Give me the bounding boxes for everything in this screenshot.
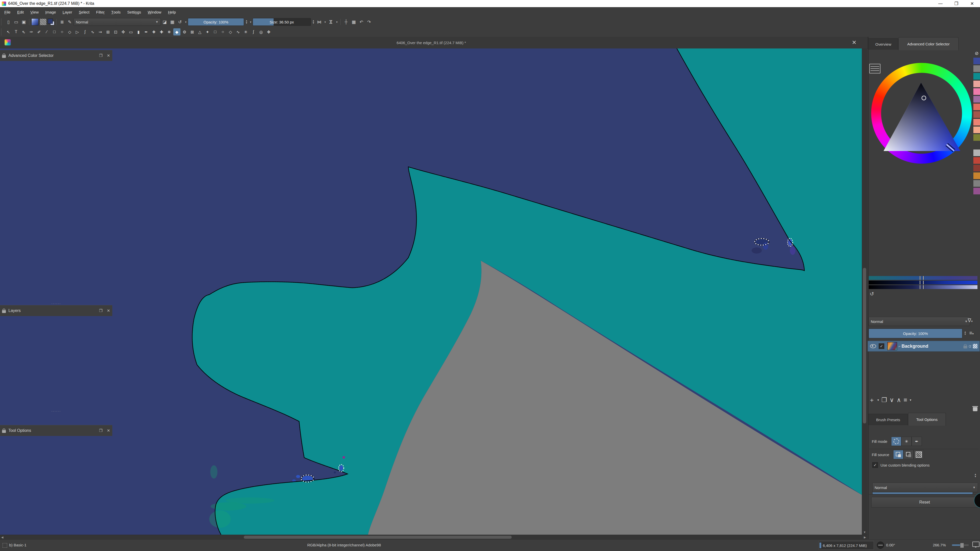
canvas-rotation-icon[interactable]	[877, 541, 884, 549]
saturation-slider[interactable]	[869, 281, 977, 284]
float-docker-icon[interactable]: ❐	[97, 53, 105, 58]
line-tool[interactable]: ∕	[43, 28, 50, 35]
fill-mode-sample-layers-button[interactable]: ✒	[912, 437, 922, 446]
layer-lock-icon[interactable]	[963, 346, 967, 348]
reset-button[interactable]: Reset	[871, 497, 978, 508]
polyline-tool[interactable]: ▷	[74, 28, 81, 35]
menu-tools[interactable]: Tools	[108, 7, 124, 17]
selection-mode-icon[interactable]	[3, 543, 7, 548]
rectangle-tool[interactable]: □	[51, 28, 58, 35]
move-layer-up-button[interactable]: ∧	[897, 396, 901, 403]
multibrush-tool[interactable]: ⊞	[104, 28, 111, 35]
menu-layer[interactable]: Layer	[59, 7, 76, 17]
tab-tool-options[interactable]: Tool Options	[908, 413, 946, 426]
layer-checkbox[interactable]: ✓	[879, 343, 884, 349]
spinner[interactable]: ▲▼	[245, 18, 248, 25]
spinner[interactable]: ▲▼	[311, 18, 315, 25]
move-layer-down-button[interactable]: ∨	[890, 396, 894, 403]
brush-presets-popup-icon[interactable]: ≣	[59, 18, 65, 25]
canvas[interactable]	[0, 48, 862, 535]
color-history-swatch[interactable]	[974, 88, 980, 95]
reload-preset-button-icon[interactable]: ↺	[177, 18, 183, 25]
color-history-swatch[interactable]	[974, 188, 980, 194]
new-document-button-icon[interactable]: ▯	[5, 18, 12, 25]
snap-toggle-icon[interactable]: ┼	[342, 18, 350, 25]
menu-file[interactable]: File	[1, 7, 14, 17]
dropdown-caret-icon[interactable]: ▾	[184, 21, 188, 24]
color-history-swatch[interactable]	[974, 165, 980, 171]
eraser-mode-toggle-icon[interactable]: ◪	[161, 18, 168, 25]
move-tool[interactable]: ✜	[120, 28, 127, 35]
color-history-swatch[interactable]	[974, 134, 980, 141]
zoom-slider[interactable]	[952, 545, 969, 546]
lock-docker-icon[interactable]	[2, 430, 6, 433]
close-docker-icon[interactable]: ✕	[105, 428, 112, 433]
blending-mode-select[interactable]: Normal▼	[73, 18, 161, 26]
color-history-swatch[interactable]	[974, 111, 980, 118]
pattern-chooser[interactable]	[40, 18, 47, 25]
no-color-swatch[interactable]: ⊘	[974, 50, 980, 57]
mirror-vertical-toggle-icon[interactable]: ⋈	[328, 18, 334, 25]
smart-patch-tool[interactable]: ✚	[158, 28, 165, 35]
polygon-tool[interactable]: ◇	[66, 28, 73, 35]
layer-opacity-slider[interactable]: Opacity: 100%	[869, 329, 963, 338]
dynamic-brush-tool[interactable]: ⇝	[97, 28, 104, 35]
edit-brush-settings-button-icon[interactable]: ✎	[66, 18, 73, 25]
vertical-scrollbar-handle[interactable]	[863, 268, 866, 424]
pan-tool[interactable]: ✥	[265, 28, 272, 35]
horizontal-scrollbar-handle[interactable]	[244, 536, 512, 539]
document-close-icon[interactable]: ✕	[850, 39, 858, 46]
layer-blend-mode-select[interactable]: Normal▼	[869, 317, 970, 326]
color-sampler-tool[interactable]: ✒	[143, 28, 150, 35]
elliptical-selection-tool[interactable]: ○	[219, 28, 226, 35]
bezier-curve-tool[interactable]: ∫	[81, 28, 89, 35]
gradient-chooser[interactable]	[32, 18, 38, 25]
value-slider[interactable]	[869, 285, 977, 289]
similar-color-selection-tool[interactable]: ✳	[242, 28, 249, 35]
tab-overview[interactable]: Overview	[868, 38, 898, 50]
freehand-brush-tool[interactable]: ✐	[35, 28, 43, 35]
refresh-colors-icon[interactable]: ↺	[870, 291, 874, 297]
layer-alpha-lock-icon[interactable]	[973, 344, 977, 348]
preserve-alpha-toggle-icon[interactable]: ▦	[169, 18, 176, 25]
layer-expand-icon[interactable]: ⌐	[899, 345, 900, 348]
layer-opacity-spinner[interactable]: ▲▼	[963, 330, 967, 337]
toolbar-drag-handle[interactable]	[1, 19, 3, 25]
hue-slider[interactable]	[869, 276, 977, 280]
dropdown-caret-icon[interactable]: ▾	[335, 21, 339, 24]
color-history-swatch[interactable]	[974, 65, 980, 72]
fill-blend-mode-select[interactable]: Normal▼	[872, 483, 978, 492]
crop-tool[interactable]: ▭	[127, 28, 135, 35]
layer-thumbnail[interactable]	[887, 342, 897, 350]
use-custom-blending-checkbox[interactable]: ✓	[872, 462, 878, 468]
color-history-swatch[interactable]	[974, 96, 980, 103]
layer-properties-caret-icon[interactable]: ▾	[910, 398, 912, 402]
tab-advanced-color-selector[interactable]: Advanced Color Selector	[898, 37, 959, 50]
fit-to-screen-icon[interactable]	[972, 541, 980, 547]
layer-properties-button[interactable]: ≡	[904, 396, 907, 403]
float-docker-icon[interactable]: ❐	[97, 428, 105, 433]
lock-docker-icon[interactable]	[2, 310, 6, 313]
open-document-button-icon[interactable]: ▭	[13, 18, 20, 25]
pattern-edit-tool[interactable]: ❖	[150, 28, 158, 35]
layer-filter-icon[interactable]: ∇▾	[968, 318, 973, 324]
measure-tool[interactable]: ⊠	[189, 28, 196, 35]
tab-brush-presets[interactable]: Brush Presets	[868, 414, 908, 425]
menu-image[interactable]: Image	[42, 7, 59, 17]
fill-source-pattern-button[interactable]	[914, 450, 924, 459]
mirror-horizontal-toggle-icon[interactable]: ⋈	[316, 18, 323, 25]
minimize-button[interactable]: —	[932, 0, 948, 7]
fill-opacity-spinner[interactable]: ▲▼	[974, 472, 977, 479]
close-docker-icon[interactable]: ✕	[105, 53, 112, 58]
assistants-tool[interactable]: △	[196, 28, 204, 35]
add-layer-button[interactable]: ＋	[869, 396, 875, 404]
float-docker-icon[interactable]: ❐	[97, 308, 105, 313]
calligraphy-tool[interactable]: ✑	[28, 28, 35, 35]
close-button[interactable]: ✕	[964, 0, 980, 7]
fill-mode-selection-button[interactable]	[891, 437, 901, 446]
wrap-around-toggle-icon[interactable]: ▦	[350, 18, 357, 25]
gradient-tool[interactable]: ▮	[135, 28, 142, 35]
rectangular-selection-tool[interactable]: □	[212, 28, 219, 35]
freehand-path-tool[interactable]: ∿	[89, 28, 96, 35]
duplicate-layer-button[interactable]: ❐	[881, 396, 887, 403]
